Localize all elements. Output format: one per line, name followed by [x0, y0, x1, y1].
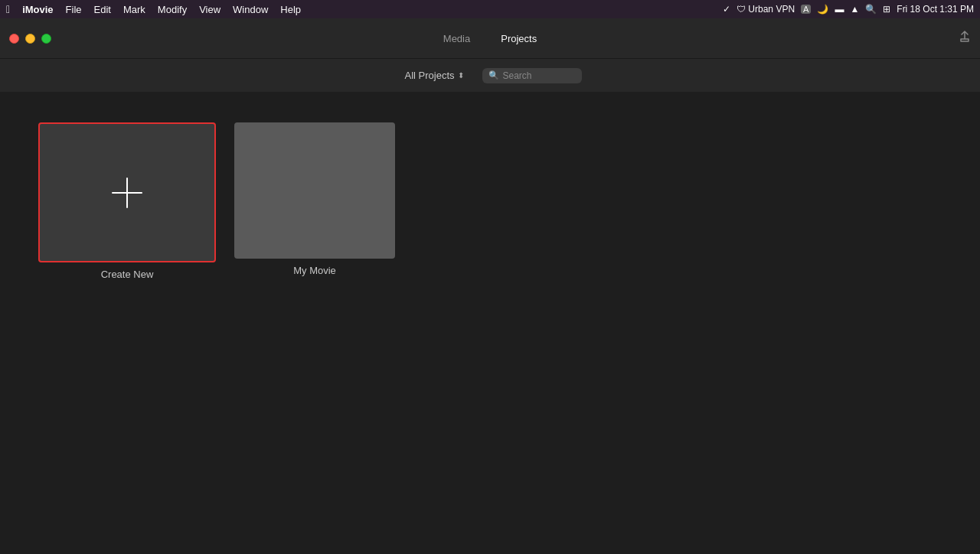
search-menubar-icon[interactable]: 🔍 [865, 4, 877, 15]
menubar:  iMovie File Edit Mark Modify View Wind… [0, 0, 980, 18]
menu-mark[interactable]: Mark [123, 4, 145, 15]
menubar-right: ✓ 🛡 Urban VPN A 🌙 ▬ ▲ 🔍 ⊞ Fri 18 Oct 1:3… [723, 4, 974, 15]
battery-icon: ▬ [835, 4, 844, 15]
menu-edit[interactable]: Edit [94, 4, 111, 15]
close-button[interactable] [9, 34, 19, 44]
create-new-card[interactable]: Create New [38, 122, 216, 280]
moon-icon: 🌙 [817, 4, 828, 15]
traffic-lights [9, 34, 51, 44]
create-new-thumbnail [38, 122, 216, 262]
vpn-icon[interactable]: 🛡 Urban VPN [737, 4, 795, 15]
my-movie-card[interactable]: My Movie [234, 122, 395, 276]
menubar-left:  iMovie File Edit Mark Modify View Wind… [6, 3, 301, 15]
plus-icon [112, 178, 142, 208]
menu-modify[interactable]: Modify [158, 4, 187, 15]
tab-group: Media Projects [428, 28, 552, 49]
share-button[interactable] [959, 31, 971, 46]
apple-menu[interactable]:  [6, 3, 10, 15]
filter-dropdown[interactable]: All Projects ⬍ [398, 67, 469, 84]
my-movie-thumbnail [234, 122, 395, 259]
filter-label: All Projects [404, 70, 454, 81]
menubar-time: Fri 18 Oct 1:31 PM [897, 4, 974, 15]
menu-help[interactable]: Help [280, 4, 301, 15]
menu-view[interactable]: View [199, 4, 220, 15]
titlebar: Media Projects [0, 18, 980, 58]
a-accessibility-icon: A [801, 5, 811, 14]
search-icon: 🔍 [488, 70, 499, 80]
tab-projects[interactable]: Projects [485, 28, 552, 49]
menu-file[interactable]: File [66, 4, 82, 15]
create-new-label: Create New [101, 269, 154, 280]
wifi-icon: ▲ [850, 4, 859, 15]
menu-window[interactable]: Window [233, 4, 268, 15]
projects-content: Create New My Movie [0, 92, 980, 554]
search-box: 🔍 [482, 68, 582, 83]
tab-media[interactable]: Media [428, 28, 485, 49]
control-center-icon[interactable]: ⊞ [883, 4, 890, 15]
minimize-button[interactable] [25, 34, 35, 44]
checkmark-icon: ✓ [723, 4, 730, 15]
maximize-button[interactable] [41, 34, 51, 44]
menu-imovie[interactable]: iMovie [22, 4, 53, 15]
chevron-updown-icon: ⬍ [458, 71, 464, 80]
search-input[interactable] [503, 70, 572, 81]
toolbar: All Projects ⬍ 🔍 [0, 58, 980, 92]
my-movie-label: My Movie [293, 265, 336, 276]
